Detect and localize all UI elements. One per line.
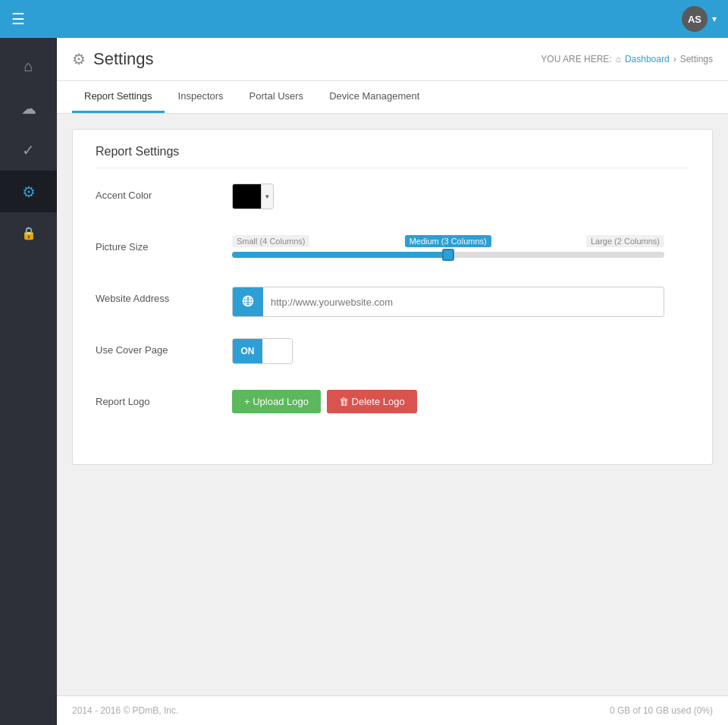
globe-icon xyxy=(242,295,254,309)
color-picker[interactable]: ▾ xyxy=(232,184,274,209)
footer-storage: 0 GB of 10 GB used (0%) xyxy=(610,705,713,716)
slider-label-medium: Medium (3 Columns) xyxy=(405,235,491,247)
slider-fill xyxy=(232,252,448,258)
tab-device-management[interactable]: Device Management xyxy=(317,81,431,113)
check-icon: ✓ xyxy=(22,141,35,159)
picture-size-row: Picture Size Small (4 Columns) Medium (3… xyxy=(96,235,689,265)
user-menu[interactable]: AS ▾ xyxy=(682,6,717,32)
accent-color-label: Accent Color xyxy=(96,184,232,201)
page-title: Settings xyxy=(93,49,154,69)
breadcrumb: YOU ARE HERE: ⌂ Dashboard › Settings xyxy=(541,54,713,64)
color-swatch xyxy=(233,184,261,209)
lock-icon: 🔒 xyxy=(21,226,36,240)
upload-logo-button[interactable]: + Upload Logo xyxy=(232,390,321,413)
slider-label-small: Small (4 Columns) xyxy=(232,235,309,247)
report-logo-row: Report Logo + Upload Logo 🗑 Delete Logo xyxy=(96,390,689,420)
page-gear-icon: ⚙ xyxy=(72,50,86,68)
home-icon: ⌂ xyxy=(24,58,33,75)
toggle-off-label xyxy=(262,339,292,363)
tab-report-settings[interactable]: Report Settings xyxy=(72,81,165,113)
report-logo-label: Report Logo xyxy=(96,390,232,407)
page-header-left: ⚙ Settings xyxy=(72,49,154,69)
picture-size-control: Small (4 Columns) Medium (3 Columns) Lar… xyxy=(232,235,689,258)
sidebar-item-tasks[interactable]: ✓ xyxy=(0,129,57,171)
website-icon-button[interactable] xyxy=(233,287,263,316)
tabs-container: Report Settings Inspectors Portal Users … xyxy=(57,81,728,114)
breadcrumb-home-icon: ⌂ xyxy=(616,54,621,64)
color-caret-icon[interactable]: ▾ xyxy=(261,184,273,209)
main-layout: ⌂ ☁ ✓ ⚙ 🔒 ⚙ Settings YOU ARE HERE: ⌂ Das… xyxy=(0,38,728,725)
settings-card-title: Report Settings xyxy=(96,145,689,168)
accent-color-row: Accent Color ▾ xyxy=(96,184,689,214)
breadcrumb-you-are-here: YOU ARE HERE: xyxy=(541,54,611,64)
toggle-on-label: ON xyxy=(233,339,262,363)
settings-card: Report Settings Accent Color ▾ Picture S… xyxy=(72,129,713,465)
accent-color-control: ▾ xyxy=(232,184,689,209)
cloud-icon: ☁ xyxy=(21,99,36,118)
tab-portal-users[interactable]: Portal Users xyxy=(237,81,316,113)
website-address-control xyxy=(232,287,689,317)
breadcrumb-current: Settings xyxy=(680,54,713,64)
sidebar-item-cloud[interactable]: ☁ xyxy=(0,87,57,129)
gear-sidebar-icon: ⚙ xyxy=(22,183,36,201)
slider-label-large: Large (2 Columns) xyxy=(586,235,664,247)
topbar: ☰ AS ▾ xyxy=(0,0,728,38)
sidebar-item-settings[interactable]: ⚙ xyxy=(0,171,57,212)
website-address-row: Website Address xyxy=(96,287,689,317)
sidebar-item-lock[interactable]: 🔒 xyxy=(0,212,57,254)
breadcrumb-separator: › xyxy=(673,54,676,64)
slider-labels: Small (4 Columns) Medium (3 Columns) Lar… xyxy=(232,235,664,247)
slider-container: Small (4 Columns) Medium (3 Columns) Lar… xyxy=(232,235,664,258)
user-caret-icon: ▾ xyxy=(712,14,717,24)
website-input[interactable] xyxy=(263,287,664,316)
page-header: ⚙ Settings YOU ARE HERE: ⌂ Dashboard › S… xyxy=(57,38,728,81)
picture-size-label: Picture Size xyxy=(96,235,232,253)
slider-thumb[interactable] xyxy=(442,249,454,261)
sidebar: ⌂ ☁ ✓ ⚙ 🔒 xyxy=(0,38,57,725)
report-logo-control: + Upload Logo 🗑 Delete Logo xyxy=(232,390,689,413)
footer-copyright: 2014 - 2016 © PDmB, Inc. xyxy=(72,705,178,716)
use-cover-page-control: ON xyxy=(232,338,689,364)
avatar: AS xyxy=(682,6,708,32)
use-cover-page-row: Use Cover Page ON xyxy=(96,338,689,369)
website-input-wrapper xyxy=(232,287,664,317)
cover-page-toggle[interactable]: ON xyxy=(232,338,293,364)
website-address-label: Website Address xyxy=(96,287,232,304)
menu-icon[interactable]: ☰ xyxy=(11,10,25,28)
tab-inspectors[interactable]: Inspectors xyxy=(166,81,236,113)
footer: 2014 - 2016 © PDmB, Inc. 0 GB of 10 GB u… xyxy=(57,695,728,725)
main-content: Report Settings Accent Color ▾ Picture S… xyxy=(57,114,728,695)
use-cover-page-label: Use Cover Page xyxy=(96,338,232,356)
delete-logo-button[interactable]: 🗑 Delete Logo xyxy=(327,390,417,413)
sidebar-item-home[interactable]: ⌂ xyxy=(0,46,57,87)
content-area: ⚙ Settings YOU ARE HERE: ⌂ Dashboard › S… xyxy=(57,38,728,725)
breadcrumb-dashboard-link[interactable]: Dashboard xyxy=(625,54,670,64)
slider-track[interactable] xyxy=(232,252,664,258)
